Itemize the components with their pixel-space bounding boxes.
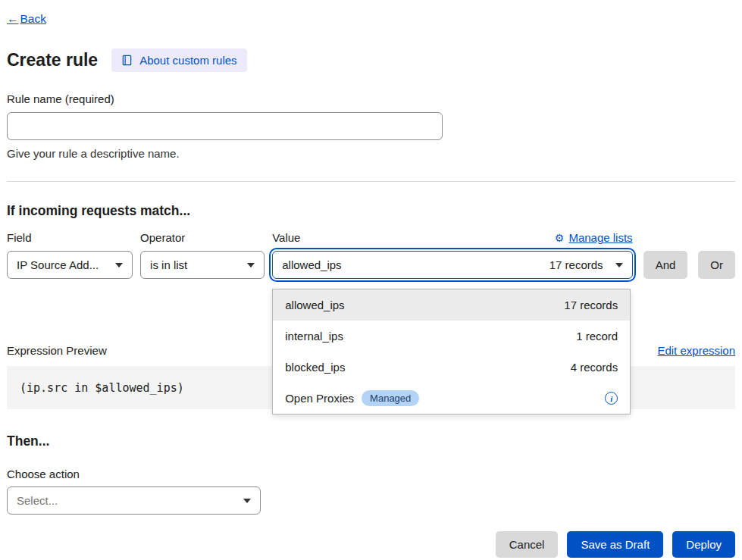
rule-name-helper: Give your rule a descriptive name. — [7, 147, 735, 160]
value-select-right: 17 records — [549, 258, 623, 271]
manage-lists-link[interactable]: ⚙ Manage lists — [555, 231, 633, 244]
section-divider — [7, 181, 735, 182]
field-select[interactable]: IP Source Add... — [7, 251, 133, 279]
book-icon — [121, 55, 133, 66]
action-select-placeholder: Select... — [17, 494, 58, 507]
list-item-name: internal_ips — [285, 330, 343, 343]
match-controls-row: Field IP Source Add... Operator is in li… — [7, 231, 735, 279]
value-label-row: Value ⚙ Manage lists — [272, 231, 632, 244]
list-item-name: Open Proxies — [285, 392, 354, 405]
value-select-records: 17 records — [549, 258, 603, 271]
action-select[interactable]: Select... — [7, 486, 261, 515]
info-icon[interactable]: i — [605, 392, 618, 405]
rule-name-label: Rule name (required) — [7, 92, 735, 105]
operator-label: Operator — [140, 231, 265, 244]
edit-expression-link[interactable]: Edit expression — [657, 344, 735, 357]
value-label: Value — [272, 231, 300, 244]
title-row: Create rule About custom rules — [7, 48, 735, 72]
chevron-down-icon — [247, 263, 255, 267]
and-button[interactable]: And — [643, 251, 688, 279]
operator-select-value: is in list — [150, 258, 187, 271]
create-rule-page: ←Back Create rule About custom rules Rul… — [0, 0, 742, 560]
list-item-left: Open Proxies Managed — [285, 390, 419, 406]
operator-select[interactable]: is in list — [140, 251, 265, 279]
field-column: Field IP Source Add... — [7, 231, 133, 279]
list-item-records: 17 records — [564, 299, 618, 311]
chevron-down-icon — [615, 263, 623, 267]
operator-column: Operator is in list — [140, 231, 265, 279]
chevron-down-icon — [243, 499, 251, 503]
expression-preview-label: Expression Preview — [7, 344, 107, 357]
back-link[interactable]: ←Back — [7, 12, 46, 26]
back-arrow-icon: ← — [7, 12, 19, 26]
list-item-records: 4 records — [571, 361, 618, 374]
match-section-heading: If incoming requests match... — [7, 203, 735, 219]
save-as-draft-button[interactable]: Save as Draft — [567, 531, 663, 558]
back-label: Back — [20, 12, 46, 26]
about-custom-rules-link[interactable]: About custom rules — [111, 48, 246, 72]
list-item-blocked-ips[interactable]: blocked_ips 4 records — [273, 352, 630, 383]
chevron-down-icon — [115, 263, 123, 267]
list-item-allowed-ips[interactable]: allowed_ips 17 records — [273, 289, 630, 321]
field-label: Field — [7, 231, 133, 244]
page-title: Create rule — [7, 50, 98, 70]
value-select-value: allowed_ips — [282, 258, 341, 271]
about-custom-rules-label: About custom rules — [139, 54, 236, 67]
lists-dropdown-menu: allowed_ips 17 records internal_ips 1 re… — [272, 289, 631, 415]
list-item-records: 1 record — [576, 330, 618, 343]
list-item-name: allowed_ips — [285, 299, 344, 311]
value-column: Value ⚙ Manage lists allowed_ips 17 reco… — [272, 231, 632, 279]
then-section-heading: Then... — [7, 433, 735, 449]
value-select[interactable]: allowed_ips 17 records — [272, 251, 632, 279]
gear-icon: ⚙ — [555, 232, 565, 244]
cancel-button[interactable]: Cancel — [496, 531, 559, 558]
rule-name-input[interactable] — [7, 112, 443, 140]
footer-actions: Cancel Save as Draft Deploy — [7, 531, 735, 558]
or-button[interactable]: Or — [698, 251, 735, 279]
list-item-name: blocked_ips — [285, 361, 345, 374]
field-select-value: IP Source Add... — [17, 258, 99, 271]
list-item-open-proxies[interactable]: Open Proxies Managed i — [273, 383, 630, 414]
choose-action-label: Choose action — [7, 468, 735, 480]
deploy-button[interactable]: Deploy — [672, 531, 735, 558]
managed-badge: Managed — [362, 390, 419, 406]
manage-lists-label: Manage lists — [568, 231, 632, 244]
list-item-internal-ips[interactable]: internal_ips 1 record — [273, 321, 630, 352]
